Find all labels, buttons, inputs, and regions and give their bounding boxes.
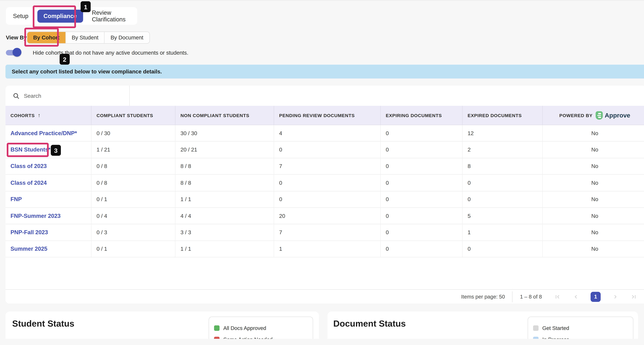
cell-expired-documents: 8 <box>462 158 542 175</box>
search-row: Search <box>6 86 644 106</box>
column-header-expired-documents[interactable]: EXPIRED DOCUMENTS <box>462 106 542 125</box>
cell-non-compliant-students: 1 / 1 <box>175 191 274 208</box>
tab-compliance[interactable]: Compliance <box>37 10 83 22</box>
tab-review-clarifications[interactable]: Review Clarifications <box>85 7 137 25</box>
cohort-link[interactable]: BSN Students* <box>10 146 50 153</box>
cell-cohort: BSN Students* <box>6 142 91 158</box>
legend-item: In Progress <box>533 334 633 339</box>
column-header-compliant-students[interactable]: COMPLIANT STUDENTS <box>91 106 175 125</box>
table-row: Advanced Practice/DNP* 0 / 30 30 / 30 4 … <box>6 125 644 142</box>
cell-expiring-documents: 0 <box>380 175 462 191</box>
table-row: FNP-Summer 2023 0 / 4 4 / 4 20 0 5 No <box>6 208 644 224</box>
cell-cohort: Summer 2025 <box>6 241 91 257</box>
legend-swatch-icon <box>533 337 538 339</box>
search-icon <box>12 92 20 99</box>
legend-label: Get Started <box>542 325 569 331</box>
cell-cohort: Advanced Practice/DNP* <box>6 125 91 142</box>
cell-pending-review-documents: 0 <box>274 191 380 208</box>
cell-powered-by: No <box>542 241 644 257</box>
view-by-document-button[interactable]: By Document <box>104 32 149 43</box>
pagination-bar: Items per page: 50 1 – 8 of 8 1 <box>6 289 644 304</box>
cell-compliant-students: 0 / 8 <box>91 158 175 175</box>
legend-swatch-icon <box>533 326 538 331</box>
cell-non-compliant-students: 8 / 8 <box>175 158 274 175</box>
last-page-button[interactable] <box>630 293 638 300</box>
cell-pending-review-documents: 1 <box>274 241 380 257</box>
cell-powered-by: No <box>542 125 644 142</box>
cell-powered-by: No <box>542 175 644 191</box>
cell-expired-documents: 0 <box>462 175 542 191</box>
cohort-link[interactable]: Class of 2023 <box>10 163 47 170</box>
cell-expired-documents: 0 <box>462 191 542 208</box>
cohort-link[interactable]: Summer 2025 <box>10 246 47 252</box>
column-header-pending-review-documents[interactable]: PENDING REVIEW DOCUMENTS <box>274 106 380 125</box>
cell-compliant-students: 0 / 8 <box>91 175 175 191</box>
column-header-non-compliant-students[interactable]: NON COMPLIANT STUDENTS <box>175 106 274 125</box>
first-page-button[interactable] <box>554 293 561 300</box>
annotation-badge-3: 3 <box>51 145 61 156</box>
annotation-badge-2: 2 <box>60 54 70 65</box>
cohort-link[interactable]: FNP-Summer 2023 <box>10 213 60 219</box>
column-header-expiring-documents[interactable]: EXPIRING DOCUMENTS <box>380 106 462 125</box>
cell-expiring-documents: 0 <box>380 125 462 142</box>
tab-setup[interactable]: Setup <box>6 7 36 25</box>
cell-expiring-documents: 0 <box>380 191 462 208</box>
hide-cohorts-toggle-label: Hide cohorts that do not have any active… <box>33 49 188 56</box>
legend-label: In Progress <box>542 336 569 339</box>
table-header-row: COHORTS ↑ COMPLIANT STUDENTS NON COMPLIA… <box>6 106 644 125</box>
cell-powered-by: No <box>542 191 644 208</box>
cell-compliant-students: 0 / 1 <box>91 191 175 208</box>
next-page-button[interactable] <box>612 293 619 300</box>
column-header-cohorts[interactable]: COHORTS ↑ <box>6 106 91 125</box>
cell-cohort: FNP <box>6 191 91 208</box>
cell-non-compliant-students: 8 / 8 <box>175 175 274 191</box>
view-by-student-button[interactable]: By Student <box>66 32 104 43</box>
cell-compliant-students: 0 / 30 <box>91 125 175 142</box>
cohort-link[interactable]: FNP <box>10 196 22 202</box>
cell-pending-review-documents: 7 <box>274 224 380 241</box>
search-divider <box>129 86 130 106</box>
cell-powered-by: No <box>542 158 644 175</box>
pagination-divider <box>512 291 512 302</box>
items-per-page[interactable]: Items per page: 50 <box>461 294 505 300</box>
legend-item: Some Action Needed <box>214 334 313 339</box>
student-status-panel: Student Status All Docs ApprovedSome Act… <box>6 312 319 339</box>
cell-expiring-documents: 0 <box>380 142 462 158</box>
cell-compliant-students: 0 / 3 <box>91 224 175 241</box>
cell-expired-documents: 12 <box>462 125 542 142</box>
cell-powered-by: No <box>542 142 644 158</box>
search-placeholder: Search <box>24 93 41 99</box>
cell-non-compliant-students: 30 / 30 <box>175 125 274 142</box>
column-header-powered-by: POWERED BY Approve <box>542 106 644 125</box>
app-viewport: Setup Compliance Review Clarifications V… <box>0 0 644 345</box>
view-by-group: By Cohort By Student By Document <box>27 32 150 44</box>
table-row: Summer 2025 0 / 1 1 / 1 1 0 0 No <box>6 241 644 257</box>
cell-expired-documents: 2 <box>462 142 542 158</box>
annotation-badge-1: 1 <box>81 1 91 12</box>
cohort-link[interactable]: Advanced Practice/DNP* <box>10 130 77 136</box>
cell-cohort: Class of 2023 <box>6 158 91 175</box>
table-body: Advanced Practice/DNP* 0 / 30 30 / 30 4 … <box>6 125 644 258</box>
view-by-cohort-button[interactable]: By Cohort <box>27 32 66 43</box>
cell-pending-review-documents: 7 <box>274 158 380 175</box>
tab-bar: Setup Compliance Review Clarifications <box>6 7 137 25</box>
previous-page-button[interactable] <box>572 293 580 300</box>
table-row: PNP-Fall 2023 0 / 3 3 / 3 7 0 1 No <box>6 224 644 241</box>
cohort-link[interactable]: PNP-Fall 2023 <box>10 229 48 236</box>
cell-expiring-documents: 0 <box>380 241 462 257</box>
legend-item: Get Started <box>533 322 633 334</box>
search-input[interactable]: Search <box>12 86 41 106</box>
cell-compliant-students: 0 / 4 <box>91 208 175 224</box>
cell-cohort: FNP-Summer 2023 <box>6 208 91 224</box>
legend-label: Some Action Needed <box>223 336 273 339</box>
pager-controls: 1 <box>554 292 638 302</box>
student-status-legend: All Docs ApprovedSome Action Needed <box>209 316 313 339</box>
cell-expiring-documents: 0 <box>380 224 462 241</box>
cell-cohort: Class of 2024 <box>6 175 91 191</box>
legend-swatch-icon <box>214 326 220 331</box>
current-page-button[interactable]: 1 <box>590 292 600 302</box>
hide-cohorts-toggle[interactable] <box>6 48 22 57</box>
cohort-link[interactable]: Class of 2024 <box>10 180 47 186</box>
cell-cohort: PNP-Fall 2023 <box>6 224 91 241</box>
cell-compliant-students: 1 / 21 <box>91 142 175 158</box>
